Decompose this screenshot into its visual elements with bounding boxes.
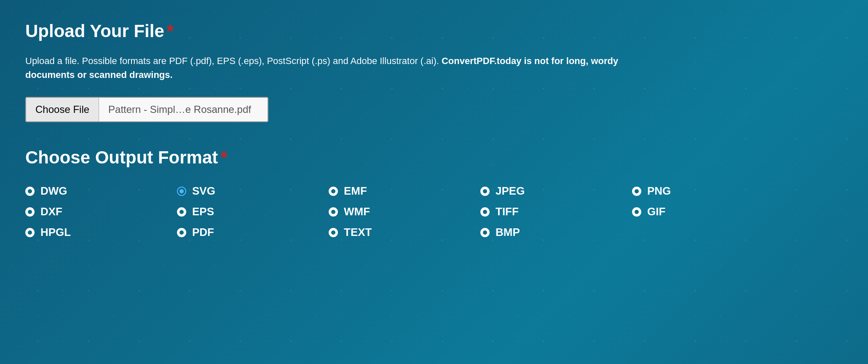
format-option-svg[interactable]: SVG — [177, 185, 329, 198]
format-label-eps: EPS — [192, 205, 214, 218]
format-option-dxf[interactable]: DXF — [25, 205, 177, 218]
upload-required-star: * — [167, 21, 174, 41]
output-format-section: Choose Output Format * DWGDXFHPGLSVGEPSP… — [25, 147, 843, 239]
format-label-jpeg: JPEG — [496, 185, 525, 198]
radio-png[interactable] — [632, 187, 641, 196]
format-option-bmp[interactable]: BMP — [480, 226, 632, 239]
radio-emf[interactable] — [329, 187, 338, 196]
file-name-display: Pattern - Simpl…e Rosanne.pdf — [99, 98, 268, 121]
output-required-star: * — [220, 147, 227, 168]
format-label-png: PNG — [647, 185, 671, 198]
format-option-eps[interactable]: EPS — [177, 205, 329, 218]
format-label-text: TEXT — [344, 226, 372, 239]
upload-section: Upload Your File * Upload a file. Possib… — [25, 21, 843, 122]
radio-svg[interactable] — [177, 187, 186, 196]
format-option-png[interactable]: PNG — [632, 185, 784, 198]
format-label-hpgl: HPGL — [40, 226, 71, 239]
file-input-visual[interactable]: Choose File Pattern - Simpl…e Rosanne.pd… — [25, 97, 268, 122]
format-column-1: SVGEPSPDF — [177, 185, 329, 239]
radio-dwg[interactable] — [25, 187, 35, 196]
output-format-title-text: Choose Output Format — [25, 147, 218, 168]
format-option-tiff[interactable]: TIFF — [480, 205, 632, 218]
radio-hpgl[interactable] — [25, 228, 35, 237]
radio-bmp[interactable] — [480, 228, 490, 237]
format-option-dwg[interactable]: DWG — [25, 185, 177, 198]
upload-title: Upload Your File * — [25, 21, 843, 41]
radio-jpeg[interactable] — [480, 187, 490, 196]
format-column-0: DWGDXFHPGL — [25, 185, 177, 239]
format-label-wmf: WMF — [344, 205, 370, 218]
format-label-svg: SVG — [192, 185, 215, 198]
radio-text[interactable] — [329, 228, 338, 237]
format-column-3: JPEGTIFFBMP — [480, 185, 632, 239]
format-label-tiff: TIFF — [496, 205, 519, 218]
choose-file-button[interactable]: Choose File — [26, 98, 99, 121]
format-label-dxf: DXF — [40, 205, 62, 218]
format-option-hpgl[interactable]: HPGL — [25, 226, 177, 239]
radio-wmf[interactable] — [329, 207, 338, 217]
format-option-wmf[interactable]: WMF — [329, 205, 480, 218]
output-format-title: Choose Output Format * — [25, 147, 843, 168]
upload-title-text: Upload Your File — [25, 21, 164, 41]
format-column-2: EMFWMFTEXT — [329, 185, 480, 239]
radio-dxf[interactable] — [25, 207, 35, 217]
file-input-container[interactable]: Choose File Pattern - Simpl…e Rosanne.pd… — [25, 97, 843, 122]
radio-tiff[interactable] — [480, 207, 490, 217]
format-label-pdf: PDF — [192, 226, 214, 239]
upload-description-normal: Upload a file. Possible formats are PDF … — [25, 56, 439, 66]
format-option-text[interactable]: TEXT — [329, 226, 480, 239]
format-option-pdf[interactable]: PDF — [177, 226, 329, 239]
format-label-dwg: DWG — [40, 185, 67, 198]
format-column-4: PNGGIF — [632, 185, 784, 239]
format-grid: DWGDXFHPGLSVGEPSPDFEMFWMFTEXTJPEGTIFFBMP… — [25, 185, 784, 239]
radio-gif[interactable] — [632, 207, 641, 217]
radio-pdf[interactable] — [177, 228, 186, 237]
upload-description: Upload a file. Possible formats are PDF … — [25, 54, 657, 82]
radio-eps[interactable] — [177, 207, 186, 217]
format-label-gif: GIF — [647, 205, 665, 218]
page-content: Upload Your File * Upload a file. Possib… — [0, 0, 868, 260]
format-option-jpeg[interactable]: JPEG — [480, 185, 632, 198]
format-option-emf[interactable]: EMF — [329, 185, 480, 198]
format-option-gif[interactable]: GIF — [632, 205, 784, 218]
format-label-bmp: BMP — [496, 226, 520, 239]
format-label-emf: EMF — [344, 185, 367, 198]
